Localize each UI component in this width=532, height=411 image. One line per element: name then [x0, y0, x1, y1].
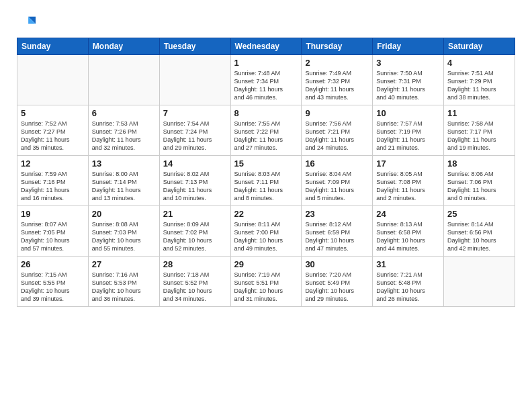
- calendar-cell: 24Sunrise: 8:13 AM Sunset: 6:58 PM Dayli…: [373, 206, 444, 257]
- weekday-header-saturday: Saturday: [444, 38, 515, 55]
- day-info: Sunrise: 8:09 AM Sunset: 7:02 PM Dayligh…: [163, 220, 227, 253]
- day-info: Sunrise: 8:07 AM Sunset: 7:05 PM Dayligh…: [21, 220, 85, 253]
- day-info: Sunrise: 7:15 AM Sunset: 5:55 PM Dayligh…: [21, 271, 85, 304]
- calendar-cell: 30Sunrise: 7:20 AM Sunset: 5:49 PM Dayli…: [302, 257, 373, 307]
- calendar-cell: 23Sunrise: 8:12 AM Sunset: 6:59 PM Dayli…: [302, 206, 373, 257]
- calendar-cell: 1Sunrise: 7:48 AM Sunset: 7:34 PM Daylig…: [230, 55, 302, 105]
- day-number: 12: [21, 158, 85, 169]
- day-number: 1: [234, 58, 298, 68]
- calendar-cell: 4Sunrise: 7:51 AM Sunset: 7:29 PM Daylig…: [444, 55, 515, 105]
- day-info: Sunrise: 8:08 AM Sunset: 7:03 PM Dayligh…: [92, 220, 156, 253]
- day-number: 11: [447, 108, 511, 118]
- day-number: 25: [447, 209, 511, 219]
- week-row-3: 12Sunrise: 7:59 AM Sunset: 7:16 PM Dayli…: [17, 156, 515, 206]
- calendar-cell: 31Sunrise: 7:21 AM Sunset: 5:48 PM Dayli…: [373, 257, 444, 307]
- calendar-cell: 18Sunrise: 8:06 AM Sunset: 7:06 PM Dayli…: [444, 156, 515, 206]
- day-number: 15: [234, 158, 298, 169]
- day-number: 18: [447, 158, 511, 169]
- day-number: 4: [447, 58, 511, 68]
- calendar-cell: 28Sunrise: 7:18 AM Sunset: 5:52 PM Dayli…: [159, 257, 230, 307]
- day-number: 14: [163, 158, 227, 169]
- day-info: Sunrise: 7:48 AM Sunset: 7:34 PM Dayligh…: [234, 69, 298, 102]
- day-number: 29: [234, 259, 298, 269]
- calendar-cell: 11Sunrise: 7:58 AM Sunset: 7:17 PM Dayli…: [444, 105, 515, 156]
- week-row-4: 19Sunrise: 8:07 AM Sunset: 7:05 PM Dayli…: [17, 206, 515, 257]
- calendar-cell: 13Sunrise: 8:00 AM Sunset: 7:14 PM Dayli…: [88, 156, 159, 206]
- day-info: Sunrise: 7:59 AM Sunset: 7:16 PM Dayligh…: [21, 170, 85, 203]
- day-number: 13: [92, 158, 156, 169]
- day-info: Sunrise: 7:58 AM Sunset: 7:17 PM Dayligh…: [447, 120, 511, 152]
- day-info: Sunrise: 8:14 AM Sunset: 6:56 PM Dayligh…: [447, 220, 511, 253]
- day-number: 23: [305, 209, 369, 219]
- weekday-header-monday: Monday: [88, 38, 159, 55]
- day-info: Sunrise: 8:02 AM Sunset: 7:13 PM Dayligh…: [163, 170, 227, 203]
- day-number: 27: [92, 259, 156, 269]
- day-info: Sunrise: 8:04 AM Sunset: 7:09 PM Dayligh…: [305, 170, 369, 203]
- day-number: 24: [376, 209, 440, 219]
- calendar-cell: 20Sunrise: 8:08 AM Sunset: 7:03 PM Dayli…: [88, 206, 159, 257]
- calendar-table: SundayMondayTuesdayWednesdayThursdayFrid…: [17, 38, 515, 307]
- logo: [17, 13, 38, 32]
- day-number: 21: [163, 209, 227, 219]
- weekday-header-friday: Friday: [373, 38, 444, 55]
- day-number: 28: [163, 259, 227, 269]
- calendar-cell: [159, 55, 230, 105]
- week-row-2: 5Sunrise: 7:52 AM Sunset: 7:27 PM Daylig…: [17, 105, 515, 156]
- calendar-cell: 7Sunrise: 7:54 AM Sunset: 7:24 PM Daylig…: [159, 105, 230, 156]
- week-row-5: 26Sunrise: 7:15 AM Sunset: 5:55 PM Dayli…: [17, 257, 515, 307]
- calendar-cell: 14Sunrise: 8:02 AM Sunset: 7:13 PM Dayli…: [159, 156, 230, 206]
- day-info: Sunrise: 7:50 AM Sunset: 7:31 PM Dayligh…: [376, 69, 440, 102]
- day-info: Sunrise: 7:18 AM Sunset: 5:52 PM Dayligh…: [163, 271, 227, 304]
- day-number: 8: [234, 108, 298, 118]
- day-number: 22: [234, 209, 298, 219]
- day-info: Sunrise: 8:11 AM Sunset: 7:00 PM Dayligh…: [234, 220, 298, 253]
- day-info: Sunrise: 7:53 AM Sunset: 7:26 PM Dayligh…: [92, 120, 156, 152]
- day-number: 19: [21, 209, 85, 219]
- calendar-cell: 10Sunrise: 7:57 AM Sunset: 7:19 PM Dayli…: [373, 105, 444, 156]
- day-info: Sunrise: 8:03 AM Sunset: 7:11 PM Dayligh…: [234, 170, 298, 203]
- calendar-cell: [88, 55, 159, 105]
- calendar-cell: 21Sunrise: 8:09 AM Sunset: 7:02 PM Dayli…: [159, 206, 230, 257]
- day-number: 20: [92, 209, 156, 219]
- day-number: 2: [305, 58, 369, 68]
- calendar-cell: 26Sunrise: 7:15 AM Sunset: 5:55 PM Dayli…: [17, 257, 89, 307]
- calendar-cell: 25Sunrise: 8:14 AM Sunset: 6:56 PM Dayli…: [444, 206, 515, 257]
- day-info: Sunrise: 8:06 AM Sunset: 7:06 PM Dayligh…: [447, 170, 511, 203]
- header: [17, 13, 515, 32]
- day-number: 26: [21, 259, 85, 269]
- day-info: Sunrise: 7:54 AM Sunset: 7:24 PM Dayligh…: [163, 120, 227, 152]
- day-info: Sunrise: 8:13 AM Sunset: 6:58 PM Dayligh…: [376, 220, 440, 253]
- calendar-cell: 29Sunrise: 7:19 AM Sunset: 5:51 PM Dayli…: [230, 257, 302, 307]
- day-info: Sunrise: 7:55 AM Sunset: 7:22 PM Dayligh…: [234, 120, 298, 152]
- calendar-cell: [444, 257, 515, 307]
- calendar-cell: 22Sunrise: 8:11 AM Sunset: 7:00 PM Dayli…: [230, 206, 302, 257]
- day-number: 31: [376, 259, 440, 269]
- day-number: 9: [305, 108, 369, 118]
- day-number: 10: [376, 108, 440, 118]
- calendar-cell: 27Sunrise: 7:16 AM Sunset: 5:53 PM Dayli…: [88, 257, 159, 307]
- day-info: Sunrise: 7:56 AM Sunset: 7:21 PM Dayligh…: [305, 120, 369, 152]
- weekday-header-row: SundayMondayTuesdayWednesdayThursdayFrid…: [17, 38, 515, 55]
- day-info: Sunrise: 8:00 AM Sunset: 7:14 PM Dayligh…: [92, 170, 156, 203]
- day-number: 6: [92, 108, 156, 118]
- day-info: Sunrise: 8:05 AM Sunset: 7:08 PM Dayligh…: [376, 170, 440, 203]
- day-number: 16: [305, 158, 369, 169]
- day-info: Sunrise: 7:21 AM Sunset: 5:48 PM Dayligh…: [376, 271, 440, 304]
- day-number: 7: [163, 108, 227, 118]
- day-info: Sunrise: 7:52 AM Sunset: 7:27 PM Dayligh…: [21, 120, 85, 152]
- calendar-cell: 2Sunrise: 7:49 AM Sunset: 7:32 PM Daylig…: [302, 55, 373, 105]
- day-info: Sunrise: 8:12 AM Sunset: 6:59 PM Dayligh…: [305, 220, 369, 253]
- logo-icon: [17, 13, 36, 32]
- weekday-header-wednesday: Wednesday: [230, 38, 302, 55]
- calendar-cell: 17Sunrise: 8:05 AM Sunset: 7:08 PM Dayli…: [373, 156, 444, 206]
- day-info: Sunrise: 7:20 AM Sunset: 5:49 PM Dayligh…: [305, 271, 369, 304]
- calendar-cell: 16Sunrise: 8:04 AM Sunset: 7:09 PM Dayli…: [302, 156, 373, 206]
- calendar-cell: 15Sunrise: 8:03 AM Sunset: 7:11 PM Dayli…: [230, 156, 302, 206]
- calendar-cell: 12Sunrise: 7:59 AM Sunset: 7:16 PM Dayli…: [17, 156, 89, 206]
- day-number: 30: [305, 259, 369, 269]
- day-number: 17: [376, 158, 440, 169]
- weekday-header-tuesday: Tuesday: [159, 38, 230, 55]
- calendar-cell: 19Sunrise: 8:07 AM Sunset: 7:05 PM Dayli…: [17, 206, 89, 257]
- week-row-1: 1Sunrise: 7:48 AM Sunset: 7:34 PM Daylig…: [17, 55, 515, 105]
- day-info: Sunrise: 7:19 AM Sunset: 5:51 PM Dayligh…: [234, 271, 298, 304]
